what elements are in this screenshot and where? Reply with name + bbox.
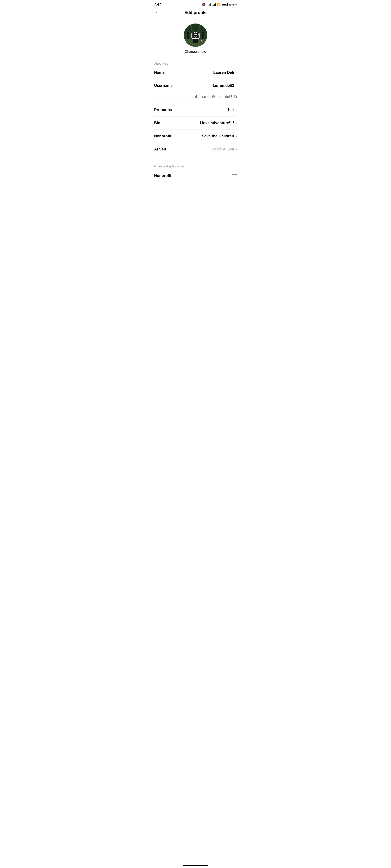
name-field-row[interactable]: Name Lauren Deli › — [154, 66, 237, 79]
photo-section: ↖ Change photo — [150, 19, 241, 60]
status-time: 7:47 — [154, 3, 161, 6]
bio-field-value: I love adventure!!!! — [200, 121, 234, 125]
name-field-label: Name — [154, 70, 164, 75]
bio-chevron-icon: › — [236, 121, 237, 125]
display-order-section: Change display order Nonprofit — [150, 160, 241, 184]
display-order-row[interactable]: Nonprofit — [154, 172, 237, 180]
ai-self-field-value-container: Create AI Self › — [211, 147, 237, 152]
camera-overlay: ↖ — [184, 24, 207, 47]
pronouns-field-label: Pronouns — [154, 107, 172, 112]
wifi-icon: 📶 — [217, 3, 220, 6]
hamburger-line-3 — [232, 177, 237, 177]
camera-icon — [191, 31, 200, 40]
status-right: 🔇 📶 89% — [202, 3, 237, 6]
username-chevron-icon: › — [236, 84, 237, 88]
username-field-label: Username — [154, 84, 173, 88]
hamburger-icon[interactable] — [232, 175, 237, 177]
name-field-value: Lauren Deli — [213, 70, 234, 75]
home-indicator — [183, 865, 208, 866]
about-section-label: About you — [150, 60, 241, 66]
header: ← Edit profile — [150, 8, 241, 19]
status-bar: 7:47 🔇 📶 89% — [150, 0, 241, 8]
nonprofit-chevron-icon: › — [236, 134, 237, 138]
mute-icon: 🔇 — [202, 3, 206, 6]
battery-percent: 89% — [229, 3, 234, 6]
pronouns-field-row[interactable]: Pronouns her › — [154, 103, 237, 117]
pronouns-field-value-container: her › — [228, 107, 237, 112]
username-field-value-container: lauren.deli3 › — [213, 84, 237, 88]
url-text: tiktok.com/@lauren.deli3 — [195, 95, 232, 99]
svg-rect-16 — [192, 33, 199, 38]
nonprofit-field-value: Save the Children — [202, 134, 234, 138]
username-field-value: lauren.deli3 — [213, 84, 234, 88]
hamburger-line-2 — [232, 176, 237, 176]
hamburger-line-1 — [232, 175, 237, 175]
bio-field-value-container: I love adventure!!!! › — [200, 121, 237, 125]
battery-icon — [222, 3, 228, 6]
url-row[interactable]: tiktok.com/@lauren.deli3 ⧉ — [154, 92, 237, 103]
back-button[interactable]: ← — [154, 9, 161, 17]
pronouns-field-value: her — [228, 107, 234, 112]
ai-self-field-label: AI Self — [154, 147, 166, 152]
bio-field-label: Bio — [154, 121, 160, 125]
profile-fields: Name Lauren Deli › Username lauren.deli3… — [150, 66, 241, 156]
ai-self-field-value: Create AI Self — [211, 147, 234, 152]
cursor-icon: ↖ — [201, 38, 204, 43]
signal-bars-1 — [207, 3, 211, 6]
signal-bars-2 — [212, 3, 216, 6]
nonprofit-field-label: Nonprofit — [154, 134, 171, 138]
pronouns-chevron-icon: › — [236, 108, 237, 112]
nonprofit-field-row[interactable]: Nonprofit Save the Children › — [154, 130, 237, 143]
avatar-container[interactable]: ↖ — [184, 24, 207, 47]
ai-self-field-row[interactable]: AI Self Create AI Self › — [154, 143, 237, 156]
username-field-row[interactable]: Username lauren.deli3 › — [154, 79, 237, 92]
copy-icon: ⧉ — [234, 94, 237, 99]
name-chevron-icon: › — [236, 71, 237, 74]
name-field-value-container: Lauren Deli › — [213, 70, 237, 75]
ai-self-chevron-icon: › — [236, 148, 237, 151]
svg-point-18 — [198, 34, 199, 35]
page-title: Edit profile — [184, 10, 207, 15]
display-order-nonprofit-item: Nonprofit — [154, 174, 171, 178]
display-order-label: Change display order — [154, 164, 237, 168]
svg-point-17 — [194, 34, 197, 37]
battery-container: 89% — [222, 3, 234, 6]
change-photo-label[interactable]: Change photo — [185, 50, 206, 54]
green-dot — [235, 4, 237, 5]
nonprofit-field-value-container: Save the Children › — [202, 134, 237, 138]
bio-field-row[interactable]: Bio I love adventure!!!! › — [154, 117, 237, 130]
